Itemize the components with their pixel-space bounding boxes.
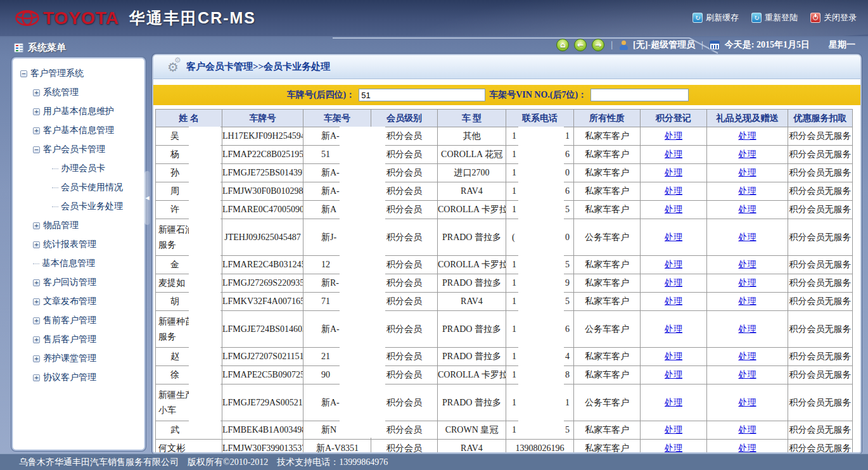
cell-service-deduct: 积分会员无服务	[788, 366, 853, 384]
process-points-link[interactable]: 处理	[665, 425, 682, 435]
process-gift-link[interactable]: 处理	[739, 168, 756, 177]
cell-name: 杨	[156, 146, 222, 164]
page-title: 华通丰田CR-MS	[129, 8, 256, 29]
menu-icon	[14, 43, 23, 53]
brand: TOYOTA 华通丰田CR-MS	[15, 8, 256, 29]
vin-search-input[interactable]	[590, 89, 689, 101]
process-gift-link[interactable]: 处理	[739, 370, 756, 379]
expand-icon[interactable]: +	[33, 336, 40, 343]
breadcrumb: 客户会员卡管理>>会员卡业务处理	[186, 61, 330, 73]
tree-item-13[interactable]: +售前客户管理	[16, 314, 141, 327]
members-table-wrap: 姓 名车牌号车架号会员级别车 型联系电话所有性质积分登记礼品兑现及赠送优惠服务扣…	[155, 109, 860, 452]
cell-member-level: 积分会员	[371, 384, 438, 421]
expand-icon[interactable]: +	[33, 298, 40, 305]
app-header: TOYOTA 华通丰田CR-MS ↻ 刷新缓存 ↻ 重新登陆 关闭登录	[0, 0, 868, 36]
expand-icon[interactable]: +	[33, 89, 40, 96]
cell-model: COROLLA 卡罗拉	[438, 366, 506, 384]
expand-icon[interactable]: +	[33, 108, 40, 115]
process-points-link[interactable]: 处理	[665, 324, 682, 334]
cell-gift-exchange: 处理	[707, 182, 788, 201]
relogin-button[interactable]: ↻ 重新登陆	[751, 12, 798, 23]
process-gift-link[interactable]: 处理	[739, 186, 756, 196]
process-points-link[interactable]: 处理	[665, 278, 682, 288]
expand-icon[interactable]: +	[33, 355, 40, 362]
process-points-link[interactable]: 处理	[665, 168, 682, 177]
expand-icon[interactable]: +	[33, 127, 40, 134]
tree-item-label: 统计报表管理	[43, 239, 96, 250]
process-gift-link[interactable]: 处理	[739, 260, 756, 269]
expand-icon[interactable]: +	[33, 374, 40, 381]
process-gift-link[interactable]: 处理	[739, 131, 756, 141]
process-points-link[interactable]: 处理	[665, 260, 682, 269]
collapse-icon[interactable]: −	[20, 70, 27, 77]
process-points-link[interactable]: 处理	[665, 296, 682, 306]
tree-connector	[52, 206, 58, 207]
expand-icon[interactable]: +	[33, 317, 40, 324]
back-button[interactable]: ←	[574, 39, 587, 51]
tree-item-0[interactable]: −客户管理系统	[16, 67, 141, 80]
process-gift-link[interactable]: 处理	[739, 232, 756, 242]
tree-item-8[interactable]: +物品管理	[16, 219, 141, 232]
refresh-cache-button[interactable]: ↻ 刷新缓存	[692, 12, 739, 23]
tree-item-2[interactable]: +用户基本信息维护	[16, 105, 141, 118]
tree-item-label: 系统管理	[43, 87, 79, 98]
process-points-link[interactable]: 处理	[665, 352, 682, 361]
cell-gift-exchange: 处理	[707, 201, 788, 219]
cell-service-deduct: 积分会员无服务	[788, 293, 853, 311]
process-gift-link[interactable]: 处理	[739, 149, 756, 159]
tree-item-1[interactable]: +系统管理	[16, 86, 141, 99]
process-gift-link[interactable]: 处理	[739, 324, 756, 334]
tree-item-16[interactable]: +协议客户管理	[16, 371, 141, 384]
cell-points-register: 处理	[641, 182, 707, 201]
process-points-link[interactable]: 处理	[665, 443, 682, 452]
expand-icon[interactable]: +	[33, 241, 40, 248]
forward-button[interactable]: →	[592, 39, 604, 51]
process-gift-link[interactable]: 处理	[739, 443, 756, 452]
expand-icon[interactable]: +	[33, 222, 40, 229]
process-points-link[interactable]: 处理	[665, 232, 682, 242]
process-gift-link[interactable]: 处理	[739, 398, 756, 407]
refresh-icon: ↻	[692, 13, 703, 23]
process-points-link[interactable]: 处理	[665, 149, 682, 159]
tree-item-15[interactable]: +养护课堂管理	[16, 352, 141, 365]
cell-member-level: 积分会员	[371, 164, 438, 182]
process-gift-link[interactable]: 处理	[739, 296, 756, 306]
members-table: 姓 名车牌号车架号会员级别车 型联系电话所有性质积分登记礼品兑现及赠送优惠服务扣…	[155, 109, 853, 452]
cell-plate: 新A-	[303, 384, 371, 421]
sidebar-collapse-handle[interactable]: ◀	[144, 171, 150, 225]
cell-phone: 15	[506, 421, 574, 440]
cell-gift-exchange: 处理	[707, 274, 788, 293]
collapse-icon[interactable]: −	[33, 146, 40, 153]
tree-item-10[interactable]: 基本信息管理	[16, 257, 141, 270]
tree-item-12[interactable]: +文章发布管理	[16, 295, 141, 308]
process-gift-link[interactable]: 处理	[739, 425, 756, 435]
tree-item-3[interactable]: +客户基本信息管理	[16, 124, 141, 137]
process-gift-link[interactable]: 处理	[739, 352, 756, 361]
tree-item-7[interactable]: 会员卡业务处理	[16, 200, 141, 213]
process-gift-link[interactable]: 处理	[739, 205, 756, 214]
cell-gift-exchange: 处理	[707, 384, 788, 421]
column-header: 积分登记	[641, 110, 707, 127]
process-points-link[interactable]: 处理	[665, 186, 682, 196]
tree-item-14[interactable]: +售后客户管理	[16, 333, 141, 346]
process-points-link[interactable]: 处理	[665, 131, 682, 141]
process-points-link[interactable]: 处理	[665, 398, 682, 407]
process-gift-link[interactable]: 处理	[739, 278, 756, 288]
cell-points-register: 处理	[641, 201, 707, 219]
cell-points-register: 处理	[641, 219, 707, 256]
expand-icon[interactable]: +	[33, 279, 40, 286]
cell-model: COROLLA 花冠	[438, 146, 506, 164]
plate-search-input[interactable]	[359, 89, 485, 101]
process-points-link[interactable]: 处理	[665, 370, 682, 379]
tree-item-5[interactable]: 办理会员卡	[16, 162, 141, 175]
tree-item-11[interactable]: +客户回访管理	[16, 276, 141, 289]
tree-item-6[interactable]: 会员卡使用情况	[16, 181, 141, 194]
column-header: 所有性质	[574, 110, 641, 127]
tree-item-4[interactable]: −客户会员卡管理	[16, 143, 141, 156]
home-button[interactable]: ⌂	[556, 39, 569, 51]
process-points-link[interactable]: 处理	[665, 205, 682, 214]
cell-plate: 71	[303, 293, 371, 311]
tree-item-9[interactable]: +统计报表管理	[16, 238, 141, 251]
table-row: 孙LFMGJE725BS014397新A-积分会员进口270010私家车客户处理…	[156, 164, 853, 182]
logout-button[interactable]: 关闭登录	[810, 12, 857, 23]
